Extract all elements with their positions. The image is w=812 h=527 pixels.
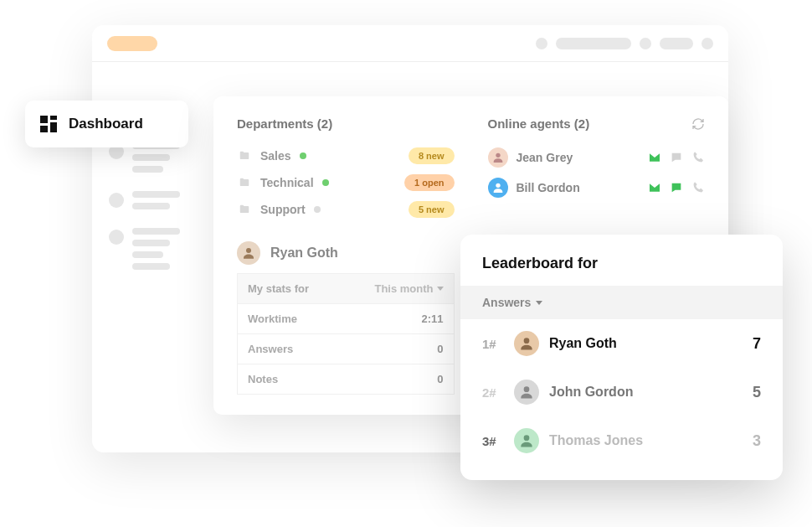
stats-row: Worktime 2:11 [238, 304, 454, 334]
sidebar-skeleton [109, 142, 201, 270]
leaderboard-metric-select[interactable]: Answers [460, 286, 783, 319]
department-row[interactable]: Technical 1 open [237, 169, 455, 196]
agent-name: Jean Grey [516, 151, 573, 164]
svg-point-5 [524, 435, 530, 441]
agents-title: Online agents (2) [488, 116, 706, 131]
department-name: Sales [260, 149, 291, 163]
call-icon[interactable] [691, 151, 705, 164]
folder-icon [237, 150, 252, 162]
leaderboard-score: 3 [753, 432, 761, 450]
leaderboard-name: Ryan Goth [549, 336, 617, 351]
stats-row: Notes 0 [238, 364, 454, 394]
profile-name: Ryan Goth [270, 245, 338, 261]
person-icon [241, 245, 256, 261]
avatar [488, 147, 508, 168]
agent-row[interactable]: Bill Gordon [488, 173, 706, 203]
chrome-pill [556, 38, 631, 49]
chrome-dot [536, 38, 547, 49]
avatar [514, 428, 539, 453]
status-dot-icon [314, 206, 321, 213]
nav-tab-label: Dashboard [69, 116, 143, 132]
leaderboard-rank: 3# [482, 434, 504, 448]
leaderboard-name: Thomas Jones [549, 433, 643, 448]
department-badge: 1 open [404, 174, 454, 191]
chevron-down-icon [437, 287, 444, 291]
stats-period-select[interactable]: This month [374, 282, 443, 295]
svg-point-2 [496, 183, 500, 188]
department-badge: 8 new [409, 147, 455, 164]
mail-icon[interactable] [648, 181, 661, 194]
svg-point-0 [246, 248, 251, 253]
person-icon [491, 181, 505, 194]
profile-header: Ryan Goth [237, 241, 455, 265]
status-dot-icon [322, 179, 329, 186]
departments-title: Departments (2) [237, 116, 455, 131]
person-icon [518, 335, 535, 352]
refresh-icon[interactable] [691, 117, 705, 131]
folder-icon [237, 204, 252, 215]
leaderboard-metric-value: Answers [482, 296, 531, 309]
department-row[interactable]: Support 5 new [237, 196, 455, 223]
person-icon [491, 151, 505, 164]
department-name: Technical [260, 176, 314, 189]
svg-point-3 [524, 338, 530, 344]
stats-label: Answers [248, 343, 293, 355]
leaderboard-title: Leaderboard for [460, 255, 783, 286]
chrome-dot [702, 38, 713, 49]
folder-icon [237, 177, 252, 189]
agent-row[interactable]: Jean Grey [488, 142, 706, 173]
chat-icon[interactable] [670, 151, 683, 164]
department-name: Support [260, 203, 306, 216]
stats-value: 0 [437, 373, 443, 385]
stats-row: Answers 0 [238, 334, 454, 364]
call-icon[interactable] [691, 181, 705, 194]
stats-value: 2:11 [421, 313, 443, 325]
person-icon [518, 432, 535, 449]
leaderboard-score: 7 [753, 335, 761, 353]
stats-table: My stats for This month Worktime 2:11 An… [237, 273, 455, 395]
mail-icon[interactable] [648, 151, 661, 164]
status-dot-icon [300, 152, 306, 159]
stats-header: My stats for This month [238, 274, 454, 304]
department-badge: 5 new [409, 201, 455, 218]
dashboard-icon [40, 116, 57, 132]
stats-label: Notes [248, 373, 278, 385]
leaderboard-score: 5 [753, 384, 761, 401]
avatar [514, 380, 539, 405]
nav-tab-dashboard[interactable]: Dashboard [25, 101, 188, 147]
brand-pill [107, 36, 157, 51]
avatar [237, 241, 260, 265]
agents-title-text: Online agents (2) [488, 116, 590, 131]
chrome-pill [660, 38, 693, 49]
stats-value: 0 [437, 343, 443, 355]
leaderboard-rank: 2# [482, 385, 504, 400]
chrome-dot [640, 38, 651, 49]
leaderboard-row: 1# Ryan Goth 7 [460, 319, 783, 368]
stats-header-label: My stats for [248, 282, 309, 295]
chat-icon[interactable] [670, 181, 683, 194]
leaderboard-card: Leaderboard for Answers 1# Ryan Goth 7 2… [460, 235, 783, 480]
departments-title-text: Departments (2) [237, 116, 332, 131]
stats-period-value: This month [374, 282, 433, 295]
avatar [514, 331, 539, 356]
departments-column: Departments (2) Sales 8 new Technical 1 … [237, 116, 455, 395]
leaderboard-row: 2# John Gordon 5 [460, 368, 783, 416]
chevron-down-icon [536, 301, 542, 305]
svg-point-1 [496, 153, 500, 158]
avatar [488, 178, 508, 198]
person-icon [518, 384, 535, 400]
stats-label: Worktime [248, 313, 297, 325]
browser-chrome [92, 25, 728, 62]
leaderboard-name: John Gordon [549, 385, 633, 400]
leaderboard-rank: 1# [482, 337, 504, 351]
department-row[interactable]: Sales 8 new [237, 142, 455, 169]
leaderboard-row: 3# Thomas Jones 3 [460, 416, 783, 465]
agent-name: Bill Gordon [516, 181, 580, 194]
svg-point-4 [524, 386, 530, 392]
